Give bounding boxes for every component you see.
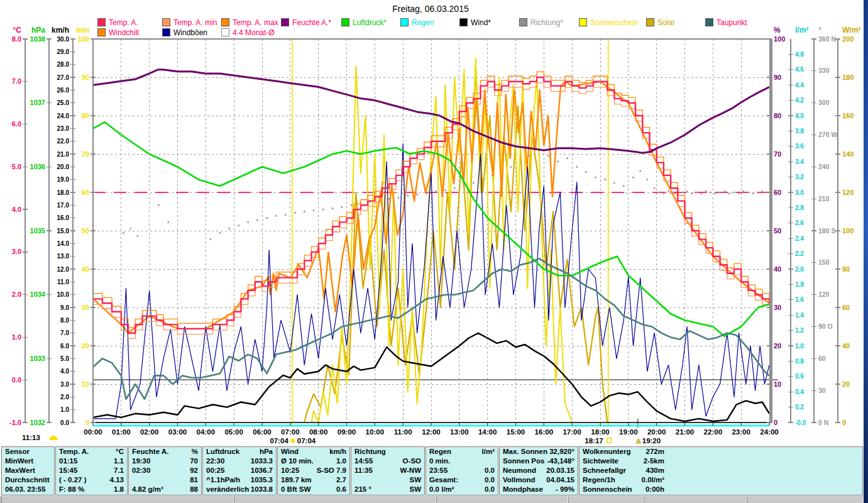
sensor-summary-table: SensorMinWertMaxWertDurchschnitt06.03. 2… [0, 446, 868, 495]
svg-text:2.0: 2.0 [795, 266, 804, 273]
table-row: 4.82 g/m³88 [129, 485, 201, 494]
table-row: Wolkenunterg272m [580, 447, 667, 456]
table-row: 0 min. [426, 456, 498, 466]
svg-text:4.4: 4.4 [795, 82, 804, 89]
table-row: Gesamt:0.0 [426, 475, 498, 485]
table-row: Mondphase- 99% [500, 485, 578, 494]
table-row: Feuchte A.% [129, 447, 201, 456]
svg-text:6.0: 6.0 [60, 343, 69, 350]
scrollbar-segment[interactable] [234, 497, 436, 503]
table-row: 81 [129, 475, 201, 485]
table-row: 0.0 l/m²0.0 [426, 485, 498, 494]
svg-text:1035: 1035 [30, 227, 45, 235]
table-row: 189.7 km2.7 [278, 475, 349, 485]
svg-text:10:00: 10:00 [366, 428, 384, 436]
bottom-scrollbar[interactable] [0, 495, 864, 503]
table-row: 06.03. 23:55 [2, 485, 54, 494]
svg-text:0.6: 0.6 [795, 373, 804, 380]
table-row: ^1.1hPa/h1035.3 [203, 475, 276, 485]
svg-text:3.0: 3.0 [795, 189, 804, 196]
svg-text:12.0: 12.0 [57, 266, 70, 273]
svg-text:17.0: 17.0 [57, 202, 70, 209]
svg-text:09:00: 09:00 [338, 428, 356, 436]
table-row: 19:3070 [129, 456, 201, 466]
svg-text:1.4: 1.4 [795, 312, 804, 319]
svg-text:10.0: 10.0 [57, 291, 70, 298]
svg-text:30: 30 [818, 387, 826, 394]
scrollbar-segment[interactable] [568, 497, 644, 503]
table-column-feuchte: Feuchte A.%19:307002:3092814.82 g/m³88 [128, 446, 202, 495]
svg-text:01:00: 01:00 [112, 428, 130, 436]
svg-text:03:00: 03:00 [168, 428, 187, 436]
sunset-icon [607, 438, 612, 443]
table-column-richtung: Richtung14:55O-SO11:35W-NWSW215 °SW [351, 446, 425, 495]
svg-text:10: 10 [774, 380, 781, 388]
svg-text:15.0: 15.0 [57, 228, 70, 235]
svg-text:22.0: 22.0 [57, 138, 70, 145]
svg-text:18:17: 18:17 [585, 437, 603, 445]
svg-text:08:00: 08:00 [309, 428, 327, 436]
desktop-background-strip [864, 0, 868, 503]
time-axis: 00:0001:0002:0003:0004:0005:0006:0007:00… [84, 423, 778, 436]
svg-text:3.2: 3.2 [795, 174, 804, 180]
table-row: Schneefallgr430m [580, 466, 667, 475]
svg-text:1.8: 1.8 [795, 281, 804, 288]
svg-text:13.0: 13.0 [57, 253, 70, 260]
svg-text:19.0: 19.0 [57, 176, 70, 183]
svg-text:00:00: 00:00 [84, 428, 102, 436]
axis-deg: 360 N330300270 W240210180 S15012090 O603… [811, 26, 837, 426]
sunrise-icon [290, 439, 295, 443]
axis-unit-c: °C [13, 26, 22, 35]
moonset-icon [49, 436, 58, 440]
scrollbar-segment[interactable] [747, 497, 864, 503]
svg-text:07:04: 07:04 [297, 437, 316, 445]
svg-text:10: 10 [82, 380, 89, 388]
svg-text:5.0: 5.0 [12, 163, 21, 170]
scrollbar-segment[interactable] [436, 497, 568, 503]
svg-text:360 N: 360 N [818, 35, 836, 43]
svg-text:14:00: 14:00 [478, 428, 497, 436]
svg-text:23.0: 23.0 [57, 125, 70, 132]
svg-text:18.0: 18.0 [57, 189, 70, 196]
table-row: 22:301033.3 [203, 456, 276, 466]
svg-text:20: 20 [842, 380, 850, 388]
svg-text:0: 0 [85, 419, 89, 426]
table-row: ( - 0.27 )4.13 [56, 475, 127, 485]
scrollbar-segment[interactable] [644, 497, 747, 503]
table-row: 0 Bft SW0.6 [278, 485, 349, 494]
svg-text:26.0: 26.0 [57, 87, 70, 94]
scrollbar-segment[interactable] [1, 497, 234, 503]
svg-text:04:00: 04:00 [197, 428, 215, 436]
svg-text:1036: 1036 [30, 163, 45, 170]
table-row: 02:3092 [129, 466, 201, 475]
svg-text:120: 120 [842, 189, 854, 196]
svg-text:1.0: 1.0 [60, 406, 69, 413]
svg-text:4.0: 4.0 [60, 368, 69, 375]
svg-text:0.0: 0.0 [12, 376, 21, 384]
svg-text:5.0: 5.0 [60, 355, 69, 362]
svg-text:1.0: 1.0 [795, 343, 804, 350]
svg-text:20:00: 20:00 [647, 428, 666, 436]
svg-text:70: 70 [82, 150, 89, 158]
table-row: LuftdruckhPa [203, 447, 276, 456]
svg-text:4.0: 4.0 [795, 113, 804, 119]
svg-text:29.0: 29.0 [57, 48, 70, 55]
svg-text:3.8: 3.8 [795, 128, 804, 135]
svg-text:3.4: 3.4 [795, 158, 804, 165]
svg-text:6.0: 6.0 [12, 120, 21, 128]
svg-text:13:00: 13:00 [450, 428, 468, 436]
svg-text:16:00: 16:00 [535, 428, 553, 436]
axis-hpa: 1038103710361035103410331032hPa [30, 26, 52, 426]
axis-c: 8.07.06.05.04.03.02.01.00.0-1.0°C [9, 26, 28, 426]
svg-text:16.0: 16.0 [57, 214, 70, 221]
svg-text:0: 0 [774, 419, 777, 426]
svg-text:20.0: 20.0 [57, 163, 70, 170]
svg-text:11:00: 11:00 [394, 428, 412, 436]
svg-text:30: 30 [774, 304, 781, 311]
svg-text:25.0: 25.0 [57, 99, 70, 106]
svg-text:210: 210 [818, 195, 830, 202]
table-row: MaxWert [2, 466, 54, 475]
svg-text:2.6: 2.6 [795, 219, 804, 226]
svg-text:19:20: 19:20 [642, 437, 661, 445]
table-column-sensor: SensorMinWertMaxWertDurchschnitt06.03. 2… [1, 446, 55, 495]
